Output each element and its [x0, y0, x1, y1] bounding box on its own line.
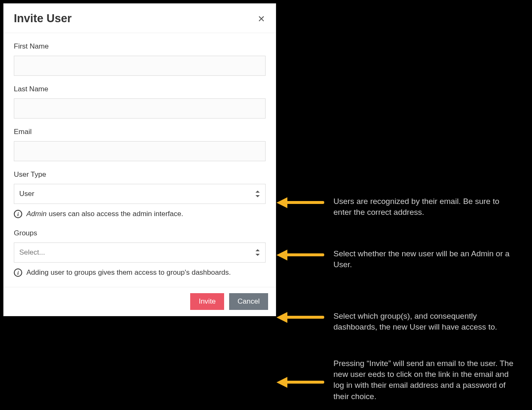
last-name-input[interactable]: [14, 98, 266, 119]
groups-placeholder: Select...: [19, 248, 45, 257]
sort-caret-icon: [255, 191, 260, 197]
user-type-select[interactable]: User: [14, 184, 266, 204]
email-label: Email: [14, 128, 266, 136]
annotation-email: Users are recognized by their email. Be …: [276, 196, 518, 218]
arrow-icon: [276, 199, 324, 207]
last-name-label: Last Name: [14, 85, 266, 93]
modal-title: Invite User: [14, 12, 72, 25]
arrow-icon: [276, 313, 324, 322]
modal-body: First Name Last Name Email User Type Use…: [4, 33, 276, 287]
email-group: Email: [14, 128, 266, 161]
groups-group: Groups Select...: [14, 229, 266, 263]
groups-label: Groups: [14, 229, 266, 237]
annotation-groups: Select which group(s), and consequently …: [276, 311, 518, 333]
annotation-user-type-text: Select whether the new user will be an A…: [333, 248, 518, 270]
cancel-button[interactable]: Cancel: [229, 293, 268, 310]
arrow-icon: [276, 251, 324, 259]
modal-header: Invite User ×: [4, 4, 276, 33]
first-name-group: First Name: [14, 42, 266, 76]
last-name-group: Last Name: [14, 85, 266, 119]
groups-select[interactable]: Select...: [14, 242, 266, 263]
admin-info-rest: users can also access the admin interfac…: [49, 210, 183, 218]
groups-info-content: Adding user to groups gives them access …: [26, 268, 231, 277]
close-icon[interactable]: ×: [257, 13, 266, 25]
annotation-email-text: Users are recognized by their email. Be …: [333, 196, 518, 218]
sort-caret-icon: [255, 249, 260, 256]
first-name-label: First Name: [14, 42, 266, 51]
admin-info-text: i Admin users can also access the admin …: [14, 210, 266, 218]
documentation-figure: Invite User × First Name Last Name Email…: [0, 0, 532, 410]
info-icon: i: [14, 210, 22, 218]
modal-footer: Invite Cancel: [4, 287, 276, 316]
info-icon: i: [14, 268, 22, 277]
annotation-groups-text: Select which group(s), and consequently …: [333, 311, 518, 333]
annotation-invite: Pressing “Invite” will send an email to …: [276, 371, 518, 402]
annotation-invite-text: Pressing “Invite” will send an email to …: [333, 358, 518, 402]
arrow-icon: [276, 378, 324, 387]
user-type-selected-value: User: [19, 190, 34, 198]
first-name-input[interactable]: [14, 56, 266, 76]
invite-user-modal: Invite User × First Name Last Name Email…: [3, 3, 276, 316]
annotation-user-type: Select whether the new user will be an A…: [276, 248, 518, 270]
admin-info-prefix: Admin: [26, 210, 46, 218]
user-type-label: User Type: [14, 170, 266, 179]
email-input[interactable]: [14, 141, 266, 161]
user-type-group: User Type User: [14, 170, 266, 204]
invite-button[interactable]: Invite: [190, 293, 224, 310]
groups-info-text: i Adding user to groups gives them acces…: [14, 268, 266, 277]
